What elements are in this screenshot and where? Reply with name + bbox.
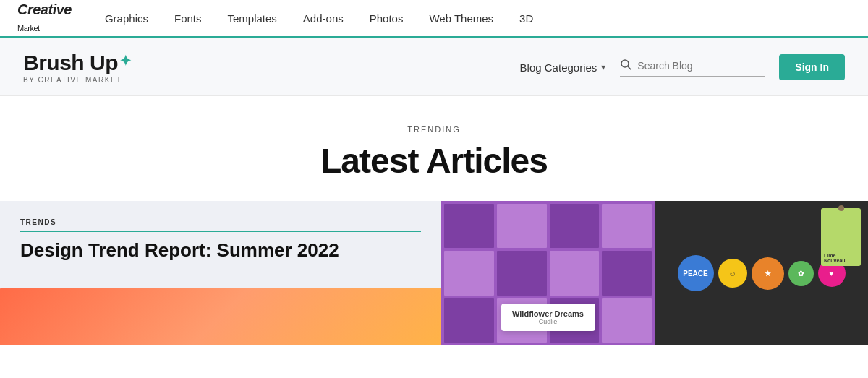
sticker-yellow: ☺: [718, 259, 747, 288]
top-navigation: CreativeMarket Graphics Fonts Templates …: [0, 0, 868, 38]
sticker-orange: ★: [752, 257, 784, 290]
chevron-down-icon: ▾: [601, 62, 605, 72]
brush-up-title: Brush Up✦: [23, 51, 132, 75]
blog-header-right: Blog Categories ▾ Sign In: [520, 54, 845, 80]
green-card: Lime Nouveau: [821, 208, 861, 266]
article-card-right[interactable]: PEACE ☺ ★ ✿ ♥ Lime Nouveau: [655, 201, 868, 345]
nav-item-graphics[interactable]: Graphics: [92, 0, 161, 37]
gradient-preview: [0, 288, 441, 345]
tile: [550, 251, 600, 295]
nav-item-templates[interactable]: Templates: [214, 0, 289, 37]
tile: [602, 298, 652, 343]
nav-item-3d[interactable]: 3D: [506, 0, 546, 37]
card-overlay-title: Wildflower Dreams: [510, 309, 587, 318]
trends-badge: TRENDS: [20, 218, 421, 232]
blog-header: Brush Up✦ BY CREATIVE MARKET Blog Catego…: [0, 38, 868, 96]
hero-section: TRENDING Latest Articles: [0, 96, 868, 201]
logo-text: CreativeMarket: [17, 1, 72, 35]
tile: [497, 204, 547, 248]
search-area: [620, 59, 765, 77]
tile: [444, 298, 494, 343]
signin-button[interactable]: Sign In: [779, 54, 845, 80]
brush-up-title-text: Brush Up: [23, 51, 118, 75]
nav-links: Graphics Fonts Templates Add-ons Photos …: [92, 0, 546, 37]
nav-item-fonts[interactable]: Fonts: [161, 0, 215, 37]
tile: [444, 251, 494, 295]
svg-line-1: [628, 66, 631, 69]
blog-categories-label: Blog Categories: [520, 61, 597, 74]
tile: [602, 251, 652, 295]
tile: [602, 204, 652, 248]
card-overlay: Wildflower Dreams Cudlie: [501, 304, 595, 331]
articles-grid: TRENDS Design Trend Report: Summer 2022 …: [0, 201, 868, 345]
sticker-peace: PEACE: [678, 255, 714, 291]
search-icon: [620, 59, 631, 73]
article-main-title: Design Trend Report: Summer 2022: [20, 239, 421, 262]
latest-articles-title: Latest Articles: [0, 141, 868, 181]
article-card-main[interactable]: TRENDS Design Trend Report: Summer 2022: [0, 201, 441, 345]
nav-item-photos[interactable]: Photos: [357, 0, 417, 37]
lime-label: Lime Nouveau: [824, 253, 858, 263]
nav-item-addons[interactable]: Add-ons: [290, 0, 357, 37]
pin-dot: [838, 205, 844, 211]
search-input[interactable]: [637, 60, 753, 72]
blog-categories-button[interactable]: Blog Categories ▾: [520, 61, 606, 74]
site-logo[interactable]: CreativeMarket: [17, 1, 72, 35]
tile: [497, 251, 547, 295]
nav-item-webthemes[interactable]: Web Themes: [416, 0, 506, 37]
brush-up-logo: Brush Up✦ BY CREATIVE MARKET: [23, 51, 132, 84]
brush-up-star-icon: ✦: [119, 52, 132, 69]
sticker-green: ✿: [788, 261, 814, 286]
tile: [444, 204, 494, 248]
tile: [550, 204, 600, 248]
trending-label: TRENDING: [0, 125, 868, 134]
article-card-middle[interactable]: Wildflower Dreams Cudlie: [441, 201, 655, 345]
brush-up-subtitle: BY CREATIVE MARKET: [23, 76, 132, 84]
card-overlay-sub: Cudlie: [510, 318, 587, 325]
